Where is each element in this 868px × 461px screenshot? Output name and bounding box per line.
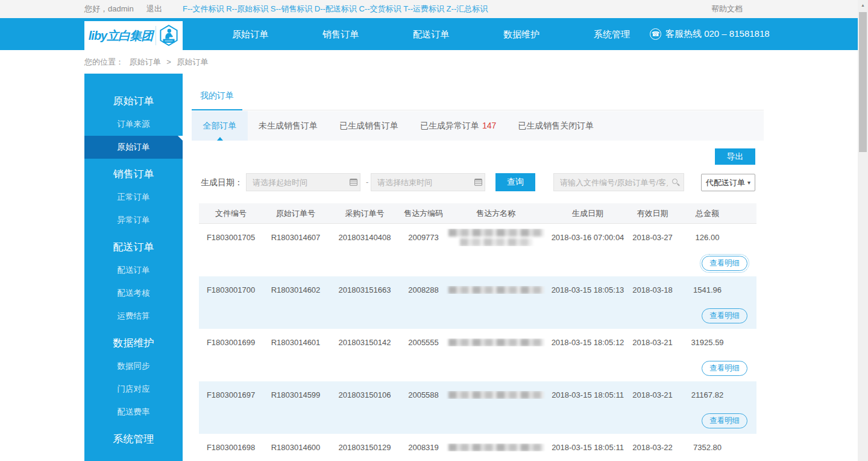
active-tab-caret: [217, 137, 223, 141]
cell-buyer_code: 2005588: [401, 390, 446, 399]
cell-amount: 21167.82: [675, 390, 755, 399]
cell-buyer-name: [446, 339, 546, 346]
nav-item-1[interactable]: 原始订单: [205, 18, 295, 50]
phone-icon: ☎: [650, 28, 661, 40]
table-action-row: 查看明细: [199, 304, 756, 329]
redacted-buyer-name: [446, 229, 546, 246]
tab-status-3[interactable]: 已生成销售订单: [329, 111, 409, 141]
redacted-text-bar: [448, 444, 544, 451]
cell-file_no: F1803001705: [199, 233, 263, 242]
cell-purchase_no: 201803150142: [329, 338, 401, 347]
table-header-row: 文件编号原始订单号采购订单号售达方编码售达方名称生成日期有效日期总金额: [199, 203, 756, 224]
sidebar-section-title-5[interactable]: 系统管理: [84, 428, 183, 451]
cell-valid: 2018-03-27: [630, 233, 675, 242]
cell-valid: 2018-03-21: [630, 390, 675, 399]
nav-item-3[interactable]: 配送订单: [386, 18, 476, 50]
tab-status-5[interactable]: 已生成销售关闭订单: [507, 111, 605, 141]
table-data-row: F1803001698R1803014600201803150129200831…: [199, 434, 756, 461]
redacted-buyer-name: [446, 286, 546, 294]
cell-original_no: R1803014600: [263, 443, 329, 452]
cell-created: 2018-03-15 18:05:11: [546, 390, 630, 399]
cell-file_no: F1803001700: [199, 285, 263, 294]
table-data-row: F1803001700R1803014602201803151663200828…: [199, 276, 756, 304]
logout-link[interactable]: 退出: [146, 0, 162, 18]
sidebar-item-4-1[interactable]: 数据同步: [84, 355, 183, 378]
calendar-icon[interactable]: [474, 179, 482, 186]
cell-buyer-name: [446, 391, 546, 399]
cell-original_no: R1803014607: [263, 233, 329, 242]
tab-status-1[interactable]: 全部订单: [192, 111, 248, 141]
sidebar-item-3-1[interactable]: 配送订单: [84, 259, 183, 282]
scroll-up-icon[interactable]: ▲: [858, 0, 868, 10]
sidebar-section-title-2[interactable]: 销售订单: [84, 163, 183, 186]
sidebar-item-1-1[interactable]: 订单来源: [84, 113, 183, 136]
cell-file_no: F1803001699: [199, 338, 263, 347]
orders-table: 文件编号原始订单号采购订单号售达方编码售达方名称生成日期有效日期总金额 F180…: [199, 203, 756, 461]
chevron-down-icon: ▾: [747, 179, 750, 186]
cell-buyer-name: [446, 286, 546, 294]
tab-count-badge: 147: [482, 121, 496, 130]
cell-purchase_no: 201803150129: [329, 443, 401, 452]
service-hotline: ☎ 客服热线 020 – 81581818: [650, 18, 770, 50]
calendar-icon[interactable]: [350, 179, 357, 186]
scrollbar-thumb[interactable]: [859, 12, 867, 152]
search-icon[interactable]: [672, 179, 678, 184]
cell-buyer_code: 2008288: [401, 285, 446, 294]
sidebar-item-1-2[interactable]: 原始订单: [84, 136, 183, 159]
date-end-input[interactable]: [371, 173, 485, 191]
order-type-dropdown[interactable]: 代配送订单 ▾: [701, 174, 755, 191]
date-start-input[interactable]: [246, 173, 360, 191]
main-header: liby立白集团 原始订单销售订单配送订单数据维护系统管理 ☎ 客服热线 020…: [0, 18, 858, 50]
sidebar-item-3-3[interactable]: 运费结算: [84, 305, 183, 328]
breadcrumb-item[interactable]: 原始订单: [130, 57, 161, 66]
nav-item-2[interactable]: 销售订单: [295, 18, 386, 50]
sidebar-item-2-1[interactable]: 正常订单: [84, 186, 183, 209]
cell-valid: 2018-03-18: [630, 285, 675, 294]
liby-logo[interactable]: liby立白集团: [84, 21, 183, 50]
sidebar-item-4-3[interactable]: 配送费率: [84, 401, 183, 424]
breadcrumb-item: 原始订单: [177, 57, 208, 66]
cell-amount: 126.00: [675, 233, 755, 242]
table-row: F1803001698R1803014600201803150129200831…: [199, 434, 756, 461]
sidebar-section-title-1[interactable]: 原始订单: [84, 90, 183, 113]
nav-item-4[interactable]: 数据维护: [476, 18, 567, 50]
query-button[interactable]: 查询: [495, 173, 535, 191]
view-detail-button[interactable]: 查看明细: [702, 413, 747, 428]
cell-original_no: R1803014602: [263, 285, 329, 294]
search-input[interactable]: [553, 173, 684, 191]
vertical-scrollbar[interactable]: ▲: [858, 0, 868, 461]
cell-amount: 1541.96: [675, 285, 755, 294]
help-doc-link[interactable]: 帮助文档: [711, 0, 743, 18]
view-detail-button[interactable]: 查看明细: [702, 308, 747, 323]
breadcrumb-prefix: 您的位置：: [84, 57, 124, 66]
sidebar-item-2-2[interactable]: 异常订单: [84, 209, 183, 232]
redacted-text-bar: [448, 286, 544, 294]
table-row: F1803001700R1803014602201803151663200828…: [199, 276, 756, 329]
breadcrumb: 您的位置： 原始订单 > 原始订单: [84, 50, 212, 74]
main-content: 我的订单 全部订单未生成销售订单已生成销售订单已生成异常订单147已生成销售关闭…: [192, 81, 764, 461]
table-data-row: F1803001699R1803014601201803150142200555…: [199, 329, 756, 356]
column-header-3: 采购订单号: [329, 208, 401, 219]
sidebar-section-title-3[interactable]: 配送订单: [84, 236, 183, 259]
sidebar-section-title-4[interactable]: 数据维护: [84, 332, 183, 355]
primary-tab-bar: 我的订单: [192, 81, 764, 110]
cell-valid: 2018-03-21: [630, 338, 675, 347]
cell-buyer-name: [446, 229, 546, 246]
sidebar-nav: 原始订单订单来源原始订单销售订单正常订单异常订单配送订单配送订单配送考核运费结算…: [84, 74, 183, 461]
table-data-row: F1803001705R1803014607201803140408200977…: [199, 224, 756, 251]
tab-my-orders[interactable]: 我的订单: [192, 81, 242, 110]
tab-label: 已生成销售订单: [339, 121, 398, 130]
sidebar-item-3-2[interactable]: 配送考核: [84, 282, 183, 305]
column-header-4: 售达方编码: [401, 208, 446, 219]
breadcrumb-separator: >: [166, 57, 171, 66]
cell-amount: 7352.80: [675, 443, 755, 452]
table-row: F1803001705R1803014607201803140408200977…: [199, 224, 756, 276]
sidebar-item-4-2[interactable]: 门店对应: [84, 378, 183, 401]
nav-item-5[interactable]: 系统管理: [567, 18, 657, 50]
view-detail-button[interactable]: 查看明细: [702, 361, 747, 376]
tab-status-2[interactable]: 未生成销售订单: [248, 111, 329, 141]
export-button[interactable]: 导出: [715, 148, 755, 165]
table-action-row: 查看明细: [199, 409, 756, 434]
tab-status-4[interactable]: 已生成异常订单147: [409, 111, 507, 141]
view-detail-button[interactable]: 查看明细: [702, 256, 747, 271]
